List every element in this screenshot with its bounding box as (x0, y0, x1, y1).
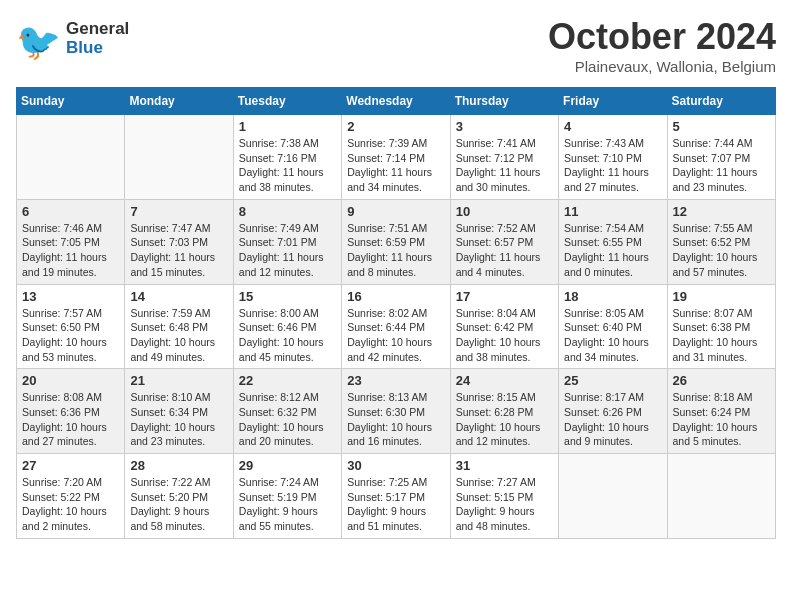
day-number: 9 (347, 204, 444, 219)
day-number: 23 (347, 373, 444, 388)
day-info: Sunrise: 7:44 AMSunset: 7:07 PMDaylight:… (673, 136, 770, 195)
day-number: 7 (130, 204, 227, 219)
day-number: 29 (239, 458, 336, 473)
calendar-cell: 28Sunrise: 7:22 AMSunset: 5:20 PMDayligh… (125, 454, 233, 539)
day-number: 30 (347, 458, 444, 473)
calendar-cell: 11Sunrise: 7:54 AMSunset: 6:55 PMDayligh… (559, 199, 667, 284)
day-number: 12 (673, 204, 770, 219)
day-info: Sunrise: 8:18 AMSunset: 6:24 PMDaylight:… (673, 390, 770, 449)
day-number: 24 (456, 373, 553, 388)
day-number: 6 (22, 204, 119, 219)
logo-general: General (66, 20, 129, 39)
weekday-header-sunday: Sunday (17, 88, 125, 115)
day-number: 11 (564, 204, 661, 219)
calendar-cell (667, 454, 775, 539)
calendar-cell: 4Sunrise: 7:43 AMSunset: 7:10 PMDaylight… (559, 115, 667, 200)
day-info: Sunrise: 7:43 AMSunset: 7:10 PMDaylight:… (564, 136, 661, 195)
calendar-cell: 21Sunrise: 8:10 AMSunset: 6:34 PMDayligh… (125, 369, 233, 454)
day-number: 16 (347, 289, 444, 304)
day-info: Sunrise: 7:51 AMSunset: 6:59 PMDaylight:… (347, 221, 444, 280)
day-info: Sunrise: 7:59 AMSunset: 6:48 PMDaylight:… (130, 306, 227, 365)
calendar-cell: 26Sunrise: 8:18 AMSunset: 6:24 PMDayligh… (667, 369, 775, 454)
day-info: Sunrise: 7:55 AMSunset: 6:52 PMDaylight:… (673, 221, 770, 280)
day-info: Sunrise: 8:15 AMSunset: 6:28 PMDaylight:… (456, 390, 553, 449)
calendar-cell: 2Sunrise: 7:39 AMSunset: 7:14 PMDaylight… (342, 115, 450, 200)
calendar-cell: 16Sunrise: 8:02 AMSunset: 6:44 PMDayligh… (342, 284, 450, 369)
calendar-cell: 19Sunrise: 8:07 AMSunset: 6:38 PMDayligh… (667, 284, 775, 369)
calendar-cell: 8Sunrise: 7:49 AMSunset: 7:01 PMDaylight… (233, 199, 341, 284)
day-number: 4 (564, 119, 661, 134)
day-info: Sunrise: 7:57 AMSunset: 6:50 PMDaylight:… (22, 306, 119, 365)
day-info: Sunrise: 7:52 AMSunset: 6:57 PMDaylight:… (456, 221, 553, 280)
day-number: 22 (239, 373, 336, 388)
calendar-cell: 3Sunrise: 7:41 AMSunset: 7:12 PMDaylight… (450, 115, 558, 200)
calendar-cell: 27Sunrise: 7:20 AMSunset: 5:22 PMDayligh… (17, 454, 125, 539)
calendar-cell (125, 115, 233, 200)
calendar-cell: 14Sunrise: 7:59 AMSunset: 6:48 PMDayligh… (125, 284, 233, 369)
day-info: Sunrise: 8:10 AMSunset: 6:34 PMDaylight:… (130, 390, 227, 449)
day-number: 27 (22, 458, 119, 473)
calendar-cell: 7Sunrise: 7:47 AMSunset: 7:03 PMDaylight… (125, 199, 233, 284)
day-info: Sunrise: 8:00 AMSunset: 6:46 PMDaylight:… (239, 306, 336, 365)
day-info: Sunrise: 7:22 AMSunset: 5:20 PMDaylight:… (130, 475, 227, 534)
calendar-cell: 12Sunrise: 7:55 AMSunset: 6:52 PMDayligh… (667, 199, 775, 284)
calendar-cell: 29Sunrise: 7:24 AMSunset: 5:19 PMDayligh… (233, 454, 341, 539)
weekday-header-friday: Friday (559, 88, 667, 115)
day-info: Sunrise: 7:54 AMSunset: 6:55 PMDaylight:… (564, 221, 661, 280)
calendar-cell: 20Sunrise: 8:08 AMSunset: 6:36 PMDayligh… (17, 369, 125, 454)
day-number: 1 (239, 119, 336, 134)
day-number: 28 (130, 458, 227, 473)
location: Plainevaux, Wallonia, Belgium (548, 58, 776, 75)
weekday-header-tuesday: Tuesday (233, 88, 341, 115)
day-number: 19 (673, 289, 770, 304)
day-info: Sunrise: 8:04 AMSunset: 6:42 PMDaylight:… (456, 306, 553, 365)
calendar-cell: 18Sunrise: 8:05 AMSunset: 6:40 PMDayligh… (559, 284, 667, 369)
day-number: 13 (22, 289, 119, 304)
day-number: 14 (130, 289, 227, 304)
day-info: Sunrise: 7:20 AMSunset: 5:22 PMDaylight:… (22, 475, 119, 534)
calendar-cell: 10Sunrise: 7:52 AMSunset: 6:57 PMDayligh… (450, 199, 558, 284)
day-info: Sunrise: 7:39 AMSunset: 7:14 PMDaylight:… (347, 136, 444, 195)
calendar-cell: 6Sunrise: 7:46 AMSunset: 7:05 PMDaylight… (17, 199, 125, 284)
day-number: 5 (673, 119, 770, 134)
day-info: Sunrise: 7:38 AMSunset: 7:16 PMDaylight:… (239, 136, 336, 195)
weekday-header-saturday: Saturday (667, 88, 775, 115)
calendar-cell (17, 115, 125, 200)
day-info: Sunrise: 7:41 AMSunset: 7:12 PMDaylight:… (456, 136, 553, 195)
day-number: 18 (564, 289, 661, 304)
day-info: Sunrise: 8:02 AMSunset: 6:44 PMDaylight:… (347, 306, 444, 365)
weekday-header-wednesday: Wednesday (342, 88, 450, 115)
day-number: 25 (564, 373, 661, 388)
day-number: 8 (239, 204, 336, 219)
day-number: 26 (673, 373, 770, 388)
calendar-cell: 5Sunrise: 7:44 AMSunset: 7:07 PMDaylight… (667, 115, 775, 200)
day-info: Sunrise: 7:27 AMSunset: 5:15 PMDaylight:… (456, 475, 553, 534)
logo-blue: Blue (66, 39, 129, 58)
day-info: Sunrise: 8:13 AMSunset: 6:30 PMDaylight:… (347, 390, 444, 449)
logo: 🐦 General Blue (16, 16, 129, 61)
day-number: 20 (22, 373, 119, 388)
day-info: Sunrise: 7:46 AMSunset: 7:05 PMDaylight:… (22, 221, 119, 280)
day-info: Sunrise: 7:49 AMSunset: 7:01 PMDaylight:… (239, 221, 336, 280)
title-area: October 2024 Plainevaux, Wallonia, Belgi… (548, 16, 776, 75)
day-info: Sunrise: 7:47 AMSunset: 7:03 PMDaylight:… (130, 221, 227, 280)
calendar-cell: 13Sunrise: 7:57 AMSunset: 6:50 PMDayligh… (17, 284, 125, 369)
calendar-table: SundayMondayTuesdayWednesdayThursdayFrid… (16, 87, 776, 539)
calendar-cell (559, 454, 667, 539)
day-number: 10 (456, 204, 553, 219)
calendar-cell: 25Sunrise: 8:17 AMSunset: 6:26 PMDayligh… (559, 369, 667, 454)
day-info: Sunrise: 8:08 AMSunset: 6:36 PMDaylight:… (22, 390, 119, 449)
calendar-cell: 17Sunrise: 8:04 AMSunset: 6:42 PMDayligh… (450, 284, 558, 369)
calendar-cell: 15Sunrise: 8:00 AMSunset: 6:46 PMDayligh… (233, 284, 341, 369)
day-info: Sunrise: 7:24 AMSunset: 5:19 PMDaylight:… (239, 475, 336, 534)
calendar-cell: 22Sunrise: 8:12 AMSunset: 6:32 PMDayligh… (233, 369, 341, 454)
day-info: Sunrise: 8:07 AMSunset: 6:38 PMDaylight:… (673, 306, 770, 365)
header: 🐦 General Blue October 2024 Plainevaux, … (16, 16, 776, 75)
day-info: Sunrise: 8:12 AMSunset: 6:32 PMDaylight:… (239, 390, 336, 449)
day-number: 17 (456, 289, 553, 304)
day-number: 3 (456, 119, 553, 134)
day-number: 31 (456, 458, 553, 473)
calendar-cell: 31Sunrise: 7:27 AMSunset: 5:15 PMDayligh… (450, 454, 558, 539)
calendar-cell: 23Sunrise: 8:13 AMSunset: 6:30 PMDayligh… (342, 369, 450, 454)
calendar-cell: 24Sunrise: 8:15 AMSunset: 6:28 PMDayligh… (450, 369, 558, 454)
